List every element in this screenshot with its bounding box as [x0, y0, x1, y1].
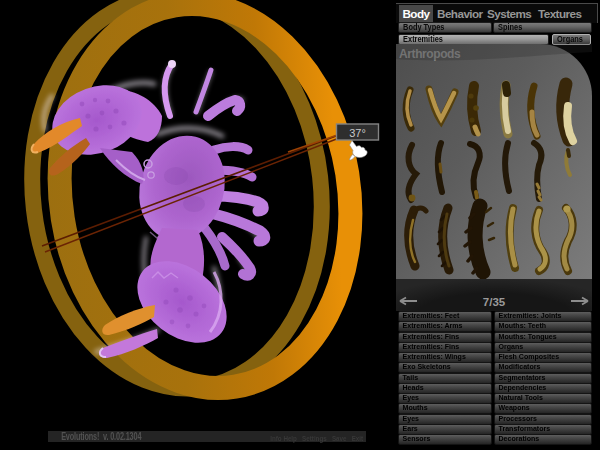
- svg-text:37°: 37°: [349, 127, 366, 139]
